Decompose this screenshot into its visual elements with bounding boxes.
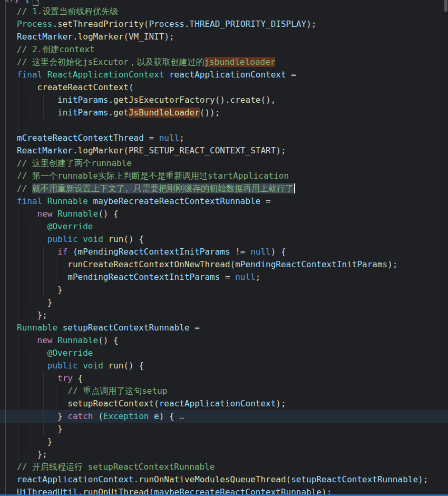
code-line[interactable]: }; [17, 448, 448, 461]
code-token: setupReactContext [67, 398, 154, 409]
selected-text: 就不用重新设置上下文了。只需要把刚刚缓存的初始数据再用上就行了 [32, 183, 294, 193]
code-token: = [194, 323, 200, 333]
code-line[interactable]: setupReactContext(reactApplicationContex… [17, 397, 448, 410]
code-line[interactable]: mPendingReactContextInitParams = null; [17, 271, 448, 284]
code-token: ( [230, 259, 236, 269]
code-line[interactable]: }; [17, 309, 448, 322]
code-token [17, 247, 57, 257]
code-token: { [78, 373, 83, 383]
code-editor[interactable]: try {// 1.设置当前线程优先级Process.setThreadPrio… [0, 0, 448, 496]
code-token: () { [123, 361, 144, 371]
code-line[interactable]: try { [4, 0, 448, 5]
code-line[interactable]: new Runnable() { [17, 208, 448, 220]
code-line[interactable]: @Override [17, 347, 448, 359]
scrollbar-thumb[interactable] [444, 0, 447, 12]
code-token [17, 335, 37, 345]
code-line[interactable]: Process.setThreadPriority(Process.THREAD… [17, 18, 448, 31]
code-line[interactable]: // 开启线程运行 setupReactContextRunnable [17, 461, 448, 473]
code-token: initParams [57, 95, 108, 105]
code-line[interactable]: public void run() { [17, 233, 448, 246]
code-token: ); [306, 19, 316, 29]
code-token: != [235, 247, 250, 257]
code-token: void [83, 234, 108, 244]
code-line[interactable]: // 这里创建了两个runnable [17, 157, 448, 170]
code-token: run [108, 361, 123, 371]
code-token [17, 398, 67, 409]
code-token: catch [67, 411, 98, 421]
code-token: try [4, 0, 20, 4]
code-token: ( [286, 474, 291, 484]
code-line[interactable]: // 第一个runnable实际上判断是不是重新调用过startApplicat… [17, 170, 448, 182]
code-token: setThreadPriority [57, 19, 144, 29]
code-line[interactable]: } catch (Exception e) { … [17, 410, 448, 423]
code-line[interactable]: final ReactApplicationContext reactAppli… [17, 69, 448, 81]
code-token: } [17, 424, 63, 434]
code-token: ReactMarker [17, 145, 73, 155]
code-token: (), [260, 95, 276, 105]
code-token: mPendingReactContextInitParams [235, 259, 387, 269]
code-line[interactable]: } [17, 423, 448, 435]
search-match-highlight: jsbundleloader [204, 57, 276, 67]
code-token: create [230, 95, 261, 105]
code-line[interactable] [17, 119, 448, 132]
code-token: reactApplicationContext [169, 70, 291, 80]
code-line[interactable]: try { [17, 372, 448, 385]
code-token: . [108, 108, 113, 118]
code-line[interactable]: // 这里会初始化jsExcutor，以及获取创建过的jsbundleloade… [17, 56, 448, 69]
code-token [17, 95, 57, 105]
code-token: // 1.设置当前线程优先级 [17, 6, 118, 16]
code-line[interactable]: } [17, 284, 448, 296]
code-line[interactable]: } [17, 435, 448, 448]
code-line[interactable]: initParams.getJsExecutorFactory().create… [17, 94, 448, 106]
code-token: } [17, 436, 52, 446]
code-line[interactable]: // 重点调用了这句setup [17, 385, 448, 397]
code-line[interactable]: // 1.设置当前线程优先级 [17, 5, 448, 18]
code-token: get [113, 108, 129, 118]
code-token [17, 373, 57, 383]
code-line[interactable]: new Runnable() { [17, 334, 448, 347]
code-token: // 开启线程运行 setupReactContextRunnable [17, 462, 215, 472]
code-token: reactApplicationContext [17, 474, 134, 484]
code-token: } [17, 411, 67, 421]
code-token: ; [179, 133, 184, 143]
code-line[interactable]: Runnable setupReactContextRunnable = [17, 322, 448, 334]
code-line[interactable]: reactApplicationContext.runOnNativeModul… [17, 473, 448, 486]
code-token: Runnable [17, 323, 63, 333]
code-token: () { [123, 234, 144, 244]
code-token: // [17, 183, 32, 193]
code-token: void [83, 361, 108, 371]
code-line[interactable]: @Override [17, 220, 448, 233]
code-token: createReactContext [37, 82, 129, 92]
code-line[interactable]: ReactMarker.logMarker(PRE_SETUP_REACT_CO… [17, 144, 448, 157]
code-area[interactable]: try {// 1.设置当前线程优先级Process.setThreadPrio… [0, 0, 448, 496]
code-line[interactable]: initParams.getJsBundleLoader()); [17, 106, 448, 119]
code-line[interactable]: runCreateReactContextOnNewThread(mPendin… [17, 258, 448, 271]
code-token: mPendingReactContextInitParams [67, 272, 225, 282]
code-token: . [134, 474, 139, 484]
code-token: Exception [103, 411, 154, 421]
code-token: getJsExecutorFactory [113, 95, 215, 105]
code-line[interactable]: public void run() { [17, 359, 448, 372]
code-token: THREAD_PRIORITY_DISPLAY [190, 19, 307, 29]
code-token [17, 82, 37, 92]
code-token: ( [98, 411, 103, 421]
code-line[interactable]: } [17, 296, 448, 309]
code-token: // 重点调用了这句setup [67, 386, 167, 396]
code-line[interactable]: createReactContext( [17, 81, 448, 94]
code-token: setupReactContextRunnable [63, 323, 194, 333]
code-line[interactable]: // 2.创建context [17, 43, 448, 56]
code-line[interactable]: if (mPendingReactContextInitParams != nu… [17, 246, 448, 258]
code-token: . [184, 19, 190, 29]
code-token: // 这里创建了两个runnable [17, 158, 132, 168]
code-token: }; [17, 310, 47, 320]
text-cursor [294, 183, 295, 193]
code-token: ) { [271, 247, 286, 257]
code-token: { [20, 0, 30, 4]
code-line[interactable]: mCreateReactContextThread = null; [17, 132, 448, 144]
code-token [17, 272, 67, 282]
code-token: try [57, 373, 78, 383]
code-token [17, 259, 67, 269]
code-line[interactable]: final Runnable maybeRecreateReactContext… [17, 195, 448, 208]
code-line[interactable]: // 就不用重新设置上下文了。只需要把刚刚缓存的初始数据再用上就行了 [17, 182, 448, 195]
code-line[interactable]: ReactMarker.logMarker(VM_INIT); [17, 31, 448, 43]
